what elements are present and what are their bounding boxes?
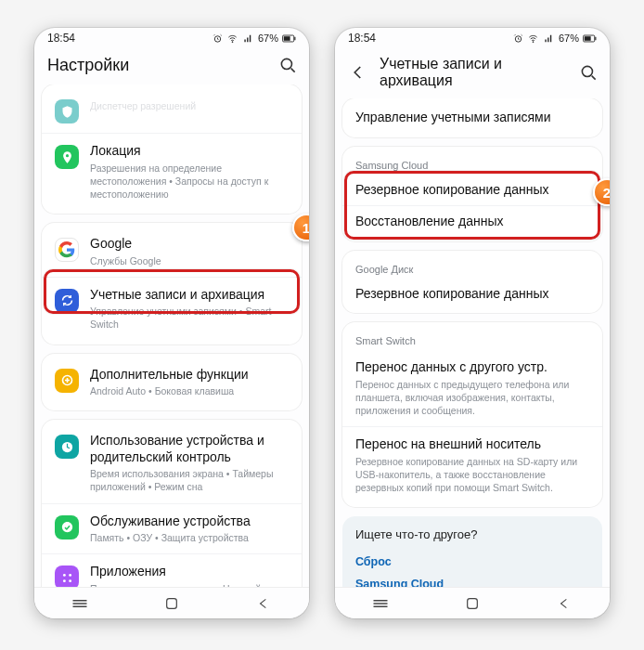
row-title: Резервное копирование данных bbox=[355, 182, 589, 199]
svg-point-20 bbox=[582, 66, 592, 76]
shield-icon bbox=[55, 99, 79, 124]
apps-icon bbox=[55, 566, 79, 587]
chevron-left-icon bbox=[350, 64, 367, 81]
nav-back[interactable] bbox=[245, 596, 282, 611]
status-bar: 18:54 67% bbox=[335, 28, 610, 48]
signal-icon bbox=[242, 33, 254, 44]
row-google[interactable]: Google Службы Google bbox=[42, 227, 302, 277]
row-manage-accounts[interactable]: Управление учетными записями bbox=[342, 102, 602, 134]
row-location[interactable]: Локация Разрешения на определение местоп… bbox=[42, 133, 302, 210]
search-button[interactable] bbox=[578, 64, 599, 82]
search-icon bbox=[279, 57, 297, 74]
svg-rect-19 bbox=[595, 36, 596, 39]
row-title: Локация bbox=[90, 143, 289, 160]
row-cloud-restore[interactable]: Восстановление данных bbox=[342, 205, 602, 238]
section-google-drive: Google Диск bbox=[342, 254, 602, 279]
header: Настройки bbox=[34, 48, 309, 84]
plus-icon bbox=[55, 369, 79, 393]
status-battery: 67% bbox=[559, 32, 579, 44]
wellbeing-icon bbox=[55, 435, 79, 459]
row-sub: Управление учетными записями • Smart Swi… bbox=[90, 305, 289, 331]
svg-point-16 bbox=[533, 41, 534, 42]
row-title: Управление учетными записями bbox=[355, 110, 589, 126]
row-title: Резервное копирование данных bbox=[355, 286, 589, 303]
svg-rect-21 bbox=[468, 598, 478, 608]
location-icon bbox=[55, 145, 79, 169]
nav-bar bbox=[335, 587, 610, 618]
row-sub: Диспетчер разрешений bbox=[90, 99, 289, 112]
back-button[interactable] bbox=[348, 64, 368, 81]
row-sub: Приложения по умолчанию • Настройки прил… bbox=[90, 582, 289, 587]
search-button[interactable] bbox=[277, 57, 298, 74]
svg-rect-3 bbox=[284, 36, 290, 41]
svg-point-6 bbox=[65, 154, 68, 157]
status-bar: 18:54 67% bbox=[34, 28, 309, 48]
section-samsung-cloud: Samsung Cloud bbox=[342, 150, 602, 175]
row-sub: Память • ОЗУ • Защита устройства bbox=[90, 531, 289, 544]
phone-accounts: 18:54 67% Учетные записи и архивация Упр… bbox=[335, 28, 610, 618]
other-question: Ищете что-то другое? bbox=[355, 527, 589, 541]
row-sub: Android Auto • Боковая клавиша bbox=[90, 384, 289, 397]
row-permissions[interactable]: Диспетчер разрешений bbox=[42, 88, 302, 133]
alarm-icon bbox=[513, 33, 523, 44]
row-sub: Службы Google bbox=[90, 254, 289, 267]
nav-recents[interactable] bbox=[61, 597, 98, 610]
status-right: 67% bbox=[513, 32, 597, 44]
svg-point-9 bbox=[62, 574, 65, 577]
nav-home[interactable] bbox=[153, 596, 190, 611]
link-reset[interactable]: Сброс bbox=[355, 551, 589, 573]
row-sub: Перенос данных с предыдущего телефона ил… bbox=[355, 378, 589, 418]
row-title: Использование устройства и родительский … bbox=[90, 433, 289, 465]
search-icon bbox=[580, 64, 598, 82]
row-apps[interactable]: Приложения Приложения по умолчанию • Нас… bbox=[42, 553, 302, 587]
row-sub: Время использования экрана • Таймеры при… bbox=[90, 467, 289, 493]
status-time: 18:54 bbox=[348, 32, 376, 45]
row-title: Восстановление данных bbox=[355, 214, 589, 230]
row-wellbeing[interactable]: Использование устройства и родительский … bbox=[42, 423, 302, 502]
svg-point-11 bbox=[62, 579, 65, 582]
row-title: Приложения bbox=[90, 564, 289, 580]
nav-back[interactable] bbox=[546, 596, 583, 611]
battery-icon bbox=[282, 33, 296, 44]
alarm-icon bbox=[213, 33, 223, 44]
signal-icon bbox=[543, 33, 555, 44]
section-smart-switch: Smart Switch bbox=[342, 326, 602, 350]
row-advanced[interactable]: Дополнительные функции Android Auto • Бо… bbox=[42, 358, 302, 408]
status-time: 18:54 bbox=[47, 32, 75, 45]
row-drive-backup[interactable]: Резервное копирование данных bbox=[342, 279, 602, 310]
row-care[interactable]: Обслуживание устройства Память • ОЗУ • З… bbox=[42, 503, 302, 554]
looking-for-card: Ищете что-то другое? Сброс Samsung Cloud bbox=[342, 516, 602, 587]
settings-list[interactable]: Диспетчер разрешений Локация Разрешения … bbox=[34, 84, 309, 587]
row-title: Дополнительные функции bbox=[90, 367, 289, 384]
row-cloud-backup[interactable]: Резервное копирование данных bbox=[342, 175, 602, 206]
svg-rect-18 bbox=[585, 36, 591, 41]
wifi-icon bbox=[226, 33, 238, 44]
nav-home[interactable] bbox=[454, 596, 491, 611]
row-title: Учетные записи и архивация bbox=[90, 287, 289, 304]
svg-point-12 bbox=[69, 579, 71, 582]
page-title: Настройки bbox=[47, 56, 266, 75]
row-title: Google bbox=[90, 236, 289, 253]
svg-point-10 bbox=[69, 574, 71, 577]
row-sub: Резервное копирование данных на SD-карту… bbox=[355, 455, 589, 495]
svg-rect-14 bbox=[167, 598, 177, 608]
accounts-list[interactable]: Управление учетными записями Samsung Clo… bbox=[335, 98, 610, 587]
sync-icon bbox=[55, 289, 79, 313]
row-title: Перенос данных с другого устр. bbox=[355, 359, 589, 376]
row-switch-import[interactable]: Перенос данных с другого устр. Перенос д… bbox=[342, 350, 602, 426]
status-right: 67% bbox=[213, 32, 296, 44]
nav-bar bbox=[34, 587, 309, 618]
svg-point-5 bbox=[281, 58, 291, 69]
row-title: Перенос на внешний носитель bbox=[355, 436, 589, 453]
battery-icon bbox=[583, 33, 597, 44]
link-samsung-cloud[interactable]: Samsung Cloud bbox=[355, 573, 589, 587]
row-sub: Разрешения на определение местоположения… bbox=[90, 162, 289, 202]
phone-settings: 18:54 67% Настройки Диспетчер разрешений bbox=[34, 28, 309, 618]
row-switch-external[interactable]: Перенос на внешний носитель Резервное ко… bbox=[342, 426, 602, 503]
row-accounts[interactable]: Учетные записи и архивация Управление уч… bbox=[42, 277, 302, 341]
svg-point-1 bbox=[232, 41, 233, 42]
status-battery: 67% bbox=[258, 32, 278, 44]
nav-recents[interactable] bbox=[362, 597, 399, 610]
page-title: Учетные записи и архивация bbox=[380, 56, 567, 89]
svg-rect-4 bbox=[294, 36, 295, 39]
